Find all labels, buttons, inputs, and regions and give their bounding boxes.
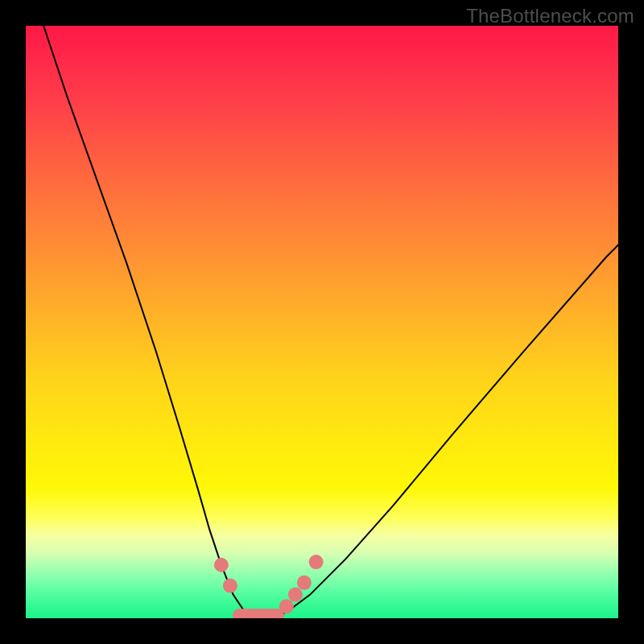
curve-svg [26,26,618,618]
right-dot-4 [309,555,324,569]
marker-dots [214,555,324,613]
left-dot-1 [214,558,229,572]
right-dot-1 [279,599,294,613]
right-dot-2 [288,588,303,602]
chart-frame: TheBottleneck.com [0,0,644,644]
right-dot-3 [297,576,312,590]
watermark-text: TheBottleneck.com [466,5,634,27]
left-dot-2 [223,579,237,593]
bottleneck-curve [43,26,618,618]
plot-area [26,26,618,618]
